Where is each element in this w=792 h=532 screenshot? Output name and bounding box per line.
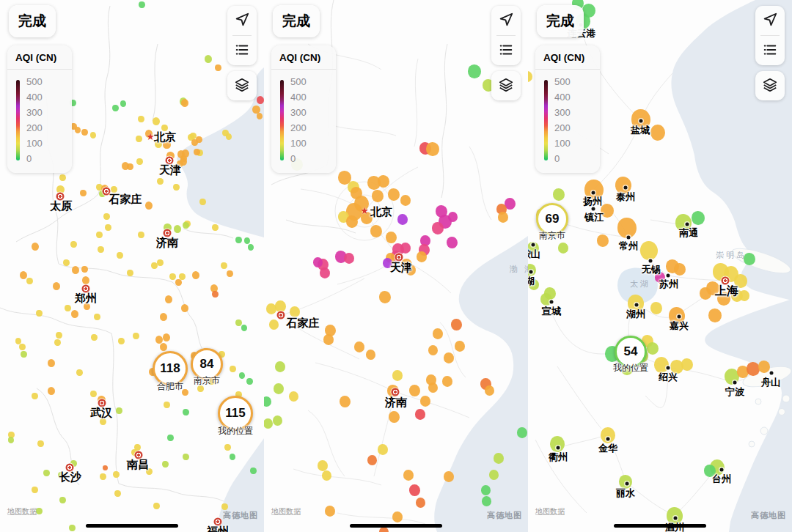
map-data-link[interactable]: 地图数据 bbox=[535, 506, 565, 517]
aqi-legend: AQI (CN) 500400 300200 1000 bbox=[7, 45, 72, 173]
layers-button[interactable] bbox=[491, 71, 521, 100]
city-label: 宁波 bbox=[725, 385, 744, 399]
home-indicator bbox=[86, 524, 178, 528]
city-label: 天津 bbox=[390, 261, 412, 275]
done-button[interactable]: 完成 bbox=[9, 5, 56, 37]
city-label: 福州 bbox=[207, 525, 229, 532]
done-button[interactable]: 完成 bbox=[273, 5, 320, 37]
town-dot-marker bbox=[550, 300, 554, 304]
badge-label: 南京市 bbox=[194, 374, 220, 387]
city-label: 天津 bbox=[159, 163, 181, 177]
town-dot-marker bbox=[770, 372, 774, 375]
aqi-legend-ticks: 500400 300200 1000 bbox=[290, 76, 307, 164]
badge-label: 南京市 bbox=[539, 229, 565, 242]
town-dot-marker bbox=[667, 366, 670, 370]
city-label: 马鞍山 bbox=[528, 248, 540, 261]
layers-icon bbox=[234, 77, 250, 95]
town-dot-marker bbox=[674, 517, 678, 520]
aqi-legend-ticks: 500400 300200 1000 bbox=[26, 76, 43, 164]
capital-star-marker: ★ bbox=[360, 206, 369, 215]
town-dot-marker bbox=[678, 315, 681, 319]
city-label: 苏州 bbox=[659, 278, 678, 291]
aqi-gradient-bar bbox=[16, 80, 20, 160]
city-label: 北京 bbox=[370, 205, 392, 219]
city-label: 宣城 bbox=[542, 305, 561, 318]
badge-label: 合肥市 bbox=[157, 380, 183, 393]
list-button[interactable] bbox=[491, 36, 521, 65]
list-icon bbox=[498, 42, 514, 60]
city-label: 湖州 bbox=[626, 308, 645, 321]
locate-button[interactable] bbox=[491, 6, 521, 35]
list-button[interactable] bbox=[755, 36, 785, 65]
badge-label: 我的位置 bbox=[218, 425, 253, 437]
amap-watermark: 高德地图 bbox=[223, 510, 258, 521]
city-label: 上海 bbox=[715, 284, 738, 299]
town-dot-marker bbox=[667, 274, 670, 278]
town-dot-marker bbox=[532, 243, 535, 247]
town-dot-marker bbox=[606, 437, 610, 441]
locate-arrow-icon bbox=[234, 12, 250, 30]
city-label: 太原 bbox=[50, 199, 72, 213]
geo-label: 崇明岛 bbox=[716, 250, 747, 261]
layers-icon bbox=[498, 77, 514, 95]
city-label: 南通 bbox=[679, 226, 698, 240]
layers-button[interactable] bbox=[755, 71, 785, 100]
town-dot-marker bbox=[626, 482, 629, 486]
screenshot-stage: ★北京天津石家庄太原济南郑州武汉长沙南昌福州118合肥市84南京市115我的位置… bbox=[0, 0, 792, 532]
locate-button[interactable] bbox=[755, 6, 785, 35]
city-label: 嘉兴 bbox=[670, 319, 689, 333]
list-icon bbox=[762, 42, 778, 60]
map-panel-3[interactable]: 太湖崇明岛连云港盐城扬州泰州镇江南通常州无锡苏州上海马鞍山芜湖宣城湖州嘉兴绍兴宁… bbox=[528, 0, 792, 532]
town-dot-marker bbox=[635, 303, 639, 307]
layers-button[interactable] bbox=[227, 71, 257, 100]
layers-icon bbox=[762, 77, 778, 95]
city-label: 绍兴 bbox=[659, 371, 678, 384]
map-data-link[interactable]: 地图数据 bbox=[7, 506, 37, 517]
city-label: 盐城 bbox=[631, 124, 650, 137]
city-label: 舟山 bbox=[761, 376, 780, 389]
aqi-gradient-bar bbox=[544, 80, 548, 160]
aqi-legend-title: AQI (CN) bbox=[271, 45, 336, 70]
city-label: 北京 bbox=[154, 130, 176, 144]
amap-watermark: 高德地图 bbox=[751, 510, 786, 521]
aqi-legend-ticks: 500400 300200 1000 bbox=[554, 76, 571, 164]
map-data-link[interactable]: 地图数据 bbox=[271, 506, 301, 517]
city-label: 武汉 bbox=[90, 406, 112, 420]
badge-label: 我的位置 bbox=[613, 362, 648, 374]
city-label: 台州 bbox=[712, 473, 731, 486]
locate-button[interactable] bbox=[227, 6, 257, 35]
town-dot-marker bbox=[557, 446, 560, 450]
aqi-legend-title: AQI (CN) bbox=[535, 45, 600, 70]
city-label: 无锡 bbox=[642, 263, 661, 276]
aqi-gradient-bar bbox=[280, 80, 284, 160]
town-dot-marker bbox=[686, 223, 689, 226]
locate-arrow-icon bbox=[762, 12, 778, 30]
city-label: 常州 bbox=[619, 240, 638, 253]
city-label: 郑州 bbox=[75, 292, 97, 306]
town-dot-marker bbox=[627, 236, 631, 240]
city-label: 南昌 bbox=[127, 458, 149, 472]
city-label: 石家庄 bbox=[287, 317, 320, 330]
town-dot-marker bbox=[733, 381, 737, 385]
city-label: 济南 bbox=[156, 236, 178, 250]
geo-label: 太湖 bbox=[630, 278, 650, 289]
city-label: 镇江 bbox=[584, 211, 604, 224]
locate-arrow-icon bbox=[498, 12, 514, 30]
list-button[interactable] bbox=[227, 36, 257, 65]
city-label: 长沙 bbox=[59, 470, 81, 484]
city-label: 济南 bbox=[385, 396, 407, 410]
aqi-legend-title: AQI (CN) bbox=[7, 45, 72, 70]
home-indicator bbox=[350, 524, 442, 528]
done-button[interactable]: 完成 bbox=[537, 5, 584, 37]
geo-label: 渤 海 bbox=[510, 264, 528, 275]
map-panel-2[interactable]: 渤 海★北京天津石家庄济南 完成 AQI (CN) 500400 300200 … bbox=[264, 0, 528, 532]
aqi-legend: AQI (CN) 500400 300200 1000 bbox=[271, 45, 336, 173]
aqi-legend: AQI (CN) 500400 300200 1000 bbox=[535, 45, 600, 173]
city-label: 扬州 bbox=[583, 195, 602, 208]
city-label: 芜湖 bbox=[528, 275, 535, 288]
home-indicator bbox=[614, 524, 706, 528]
town-dot-marker bbox=[624, 186, 628, 190]
city-label: 泰州 bbox=[616, 191, 635, 204]
map-panel-1[interactable]: ★北京天津石家庄太原济南郑州武汉长沙南昌福州118合肥市84南京市115我的位置… bbox=[0, 0, 264, 532]
town-dot-marker bbox=[592, 191, 595, 195]
